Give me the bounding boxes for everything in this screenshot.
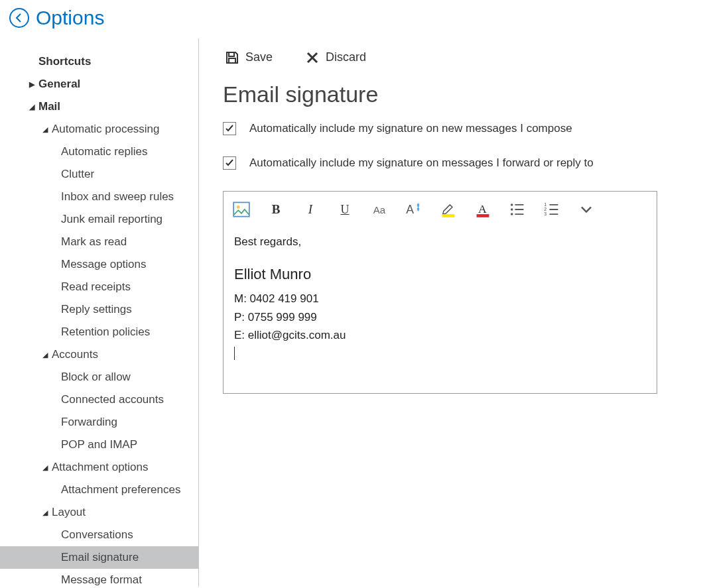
signature-phone: P: 0755 999 999: [234, 308, 646, 326]
signature-name: Elliot Munro: [234, 263, 646, 286]
highlight-icon: [440, 201, 457, 218]
sidebar-item-layout[interactable]: ◢Layout: [0, 501, 198, 524]
editor-body[interactable]: Best regards, Elliot Munro M: 0402 419 9…: [224, 223, 657, 393]
checkbox-include-new[interactable]: [223, 122, 236, 135]
signature-email: E: elliot@gcits.com.au: [234, 326, 646, 344]
svg-text:3: 3: [544, 211, 546, 217]
insert-image-button[interactable]: [233, 201, 250, 218]
underline-icon: U: [341, 203, 350, 217]
svg-rect-3: [442, 214, 455, 217]
editor-toolbar: B I U Aa A A 123: [224, 192, 657, 223]
sidebar-item-attachment-preferences[interactable]: Attachment preferences: [0, 479, 198, 501]
triangle-down-icon: ◢: [41, 125, 49, 134]
sidebar-item-message-format[interactable]: Message format: [0, 569, 198, 587]
highlight-button[interactable]: [440, 201, 457, 218]
sidebar-item-forwarding[interactable]: Forwarding: [0, 411, 198, 434]
more-formatting-button[interactable]: [578, 201, 595, 218]
font-family-button[interactable]: Aa: [371, 201, 388, 218]
check-icon: [225, 124, 234, 133]
triangle-down-icon: ◢: [41, 351, 49, 359]
checkbox-include-reply[interactable]: [223, 156, 236, 170]
sidebar-item-connected-accounts[interactable]: Connected accounts: [0, 388, 198, 411]
sidebar-item-retention-policies[interactable]: Retention policies: [0, 321, 198, 343]
sidebar-item-automatic-replies[interactable]: Automatic replies: [0, 141, 198, 163]
sidebar-item-general[interactable]: ▶General: [0, 73, 198, 95]
sidebar-item-read-receipts[interactable]: Read receipts: [0, 276, 198, 298]
svg-text:A: A: [478, 202, 487, 215]
discard-button[interactable]: Discard: [306, 50, 366, 64]
font-icon: Aa: [373, 204, 385, 215]
italic-button[interactable]: I: [302, 201, 319, 218]
checkbox-include-reply-label: Automatically include my signature on me…: [249, 156, 594, 170]
page-title: Email signature: [223, 82, 707, 107]
check-icon: [225, 158, 234, 168]
signature-greeting: Best regards,: [234, 233, 646, 251]
svg-rect-0: [233, 202, 249, 216]
numbered-list-icon: 123: [543, 201, 560, 218]
close-icon: [306, 51, 319, 64]
bullet-list-button[interactable]: [509, 201, 526, 218]
sidebar-item-automatic-processing[interactable]: ◢Automatic processing: [0, 118, 198, 141]
sidebar-item-attachment-options[interactable]: ◢Attachment options: [0, 456, 198, 479]
font-color-button[interactable]: A: [474, 201, 491, 218]
sidebar-item-email-signature[interactable]: Email signature: [0, 546, 198, 569]
sidebar-item-pop-imap[interactable]: POP and IMAP: [0, 434, 198, 456]
save-icon: [225, 51, 239, 64]
discard-label: Discard: [326, 50, 366, 64]
image-icon: [233, 201, 250, 218]
bullet-list-icon: [509, 201, 526, 218]
svg-point-8: [511, 213, 513, 215]
text-cursor: [234, 347, 235, 360]
sidebar-item-conversations[interactable]: Conversations: [0, 524, 198, 546]
font-color-icon: A: [474, 201, 491, 218]
numbered-list-button[interactable]: 123: [543, 201, 560, 218]
checkbox-include-new-label: Automatically include my signature on ne…: [249, 122, 572, 135]
svg-text:A: A: [406, 203, 414, 216]
sidebar-item-junk-email[interactable]: Junk email reporting: [0, 208, 198, 231]
font-size-icon: A: [405, 201, 422, 218]
page-header-title: Options: [36, 7, 104, 29]
triangle-down-icon: ◢: [28, 103, 36, 111]
sidebar-item-reply-settings[interactable]: Reply settings: [0, 298, 198, 321]
sidebar-item-inbox-sweep[interactable]: Inbox and sweep rules: [0, 186, 198, 208]
svg-point-1: [237, 206, 240, 209]
font-size-button[interactable]: A: [405, 201, 422, 218]
triangle-right-icon: ▶: [28, 80, 36, 89]
sidebar-item-clutter[interactable]: Clutter: [0, 163, 198, 186]
triangle-down-icon: ◢: [41, 463, 49, 472]
sidebar: Shortcuts ▶General ◢Mail ◢Automatic proc…: [0, 38, 199, 587]
save-button[interactable]: Save: [225, 50, 273, 64]
signature-mobile: M: 0402 419 901: [234, 290, 646, 308]
bold-button[interactable]: B: [267, 201, 285, 218]
italic-icon: I: [308, 202, 312, 217]
sidebar-item-accounts[interactable]: ◢Accounts: [0, 343, 198, 366]
triangle-down-icon: ◢: [41, 508, 49, 517]
sidebar-item-mail[interactable]: ◢Mail: [0, 95, 198, 118]
back-button[interactable]: [9, 8, 29, 28]
underline-button[interactable]: U: [336, 201, 354, 218]
chevron-down-icon: [578, 201, 595, 218]
sidebar-item-mark-as-read[interactable]: Mark as read: [0, 231, 198, 253]
save-label: Save: [245, 50, 273, 64]
sidebar-item-message-options[interactable]: Message options: [0, 253, 198, 276]
sidebar-item-block-or-allow[interactable]: Block or allow: [0, 366, 198, 388]
signature-editor[interactable]: B I U Aa A A 123: [223, 191, 657, 394]
svg-point-6: [511, 204, 513, 206]
arrow-left-icon: [14, 13, 25, 23]
svg-rect-5: [477, 214, 489, 217]
bold-icon: B: [272, 202, 281, 217]
svg-point-7: [511, 208, 513, 211]
sidebar-item-shortcuts[interactable]: Shortcuts: [0, 50, 198, 73]
